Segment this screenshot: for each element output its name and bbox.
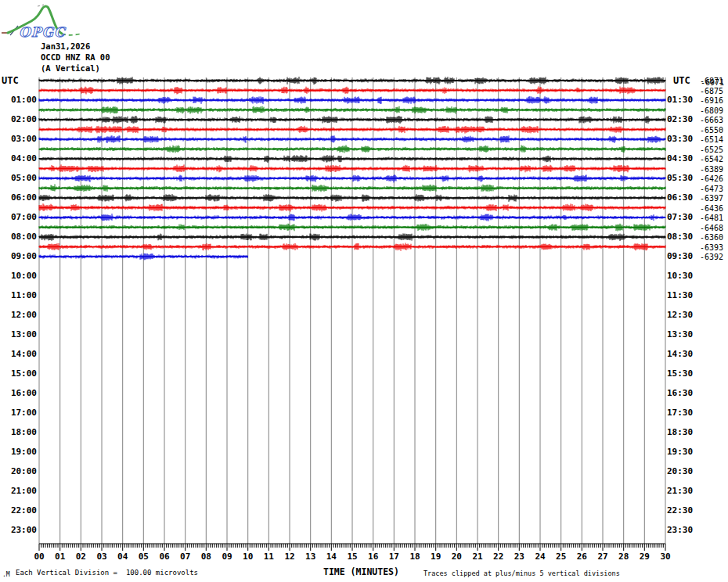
minute-tick-label: 20	[445, 551, 468, 562]
hour-label-right: 18:30	[667, 427, 706, 437]
trace-offset-value: -6397	[700, 194, 723, 203]
hour-label-right: 15:30	[667, 368, 706, 379]
hour-label-left: 04:00	[0, 153, 37, 163]
hour-label-left: 21:00	[0, 486, 37, 496]
trace-offset-value: -6514	[700, 135, 723, 144]
grid-line	[39, 77, 665, 544]
minute-tick-label: 29	[632, 551, 656, 562]
minute-tick-label: 07	[174, 551, 197, 562]
trace-offset-value: -6525	[700, 146, 723, 154]
hour-label-left: 06:00	[0, 192, 37, 203]
ruler	[39, 544, 665, 551]
trace-offset-value: -6426	[700, 174, 723, 183]
hour-label-left: 14:00	[0, 349, 37, 359]
minute-tick-label: 05	[132, 551, 155, 562]
trace-offset-value: -6663	[700, 116, 723, 124]
hour-label-left: 02:00	[0, 114, 37, 124]
minute-tick-label: 23	[507, 551, 531, 562]
minute-tick-label: 04	[111, 551, 135, 562]
trace-offset-value: -6473	[700, 185, 723, 193]
hour-label-left: 10:00	[0, 271, 37, 281]
minute-tick-label: 27	[591, 551, 614, 562]
minute-tick-label: 03	[90, 551, 114, 562]
minute-tick-label: 21	[466, 551, 489, 562]
division-note: Each Vertical Division = 100.00 microvol…	[16, 569, 198, 577]
clip-note: Traces clipped at plus/minus 5 vertical …	[423, 569, 620, 577]
hour-label-left: 01:00	[0, 95, 37, 105]
trace-offset-value: -6436	[700, 204, 723, 213]
hour-label-left: 22:00	[0, 505, 37, 516]
trace-offset-value-overlap: -6971	[701, 78, 724, 87]
minute-tick-label: 28	[612, 551, 636, 562]
hour-label-right: 20:30	[667, 466, 706, 476]
hour-label-right: 21:30	[667, 486, 706, 496]
trace-offset-value: -6393	[700, 243, 723, 252]
minute-tick-label: 09	[215, 551, 239, 562]
minute-tick-label: 14	[319, 551, 343, 562]
minute-tick-label: 19	[424, 551, 448, 562]
minute-tick-label: 15	[341, 551, 364, 562]
minute-tick-label: 18	[403, 551, 427, 562]
hour-label-right: 12:30	[667, 310, 706, 320]
hour-label-right: 22:30	[667, 505, 706, 516]
hour-label-right: 17:30	[667, 408, 706, 418]
trace-offset-value: -6481	[700, 214, 723, 222]
time-axis-label: TIME (MINUTES)	[323, 566, 399, 577]
trace-offset-value: -6550	[700, 126, 723, 135]
minute-tick-label: 13	[299, 551, 323, 562]
hour-label-left: 23:00	[0, 525, 37, 535]
trace-offset-value: -6916	[700, 96, 723, 105]
hour-label-left: 18:00	[0, 427, 37, 437]
hour-label-left: 05:00	[0, 173, 37, 183]
helicorder-page: OPGC Jan31,2026 OCCD HNZ RA 00 (A Vertic…	[0, 0, 728, 582]
minute-tick-label: 00	[27, 551, 51, 562]
hour-label-left: 12:00	[0, 310, 37, 320]
minute-tick-label: 30	[654, 551, 677, 562]
hour-label-right: 19:30	[667, 447, 706, 457]
hour-label-left: 03:00	[0, 134, 37, 144]
minute-tick-label: 02	[69, 551, 92, 562]
trace-offset-value: -6389	[700, 165, 723, 174]
hour-label-left: 16:00	[0, 388, 37, 398]
hour-label-left: 08:00	[0, 232, 37, 242]
trace-offset-value: -6809	[700, 106, 723, 115]
hour-label-right: 11:30	[667, 290, 706, 300]
minute-tick-label: 12	[278, 551, 301, 562]
hour-label-left: 19:00	[0, 447, 37, 457]
minute-tick-label: 25	[550, 551, 573, 562]
minute-tick-label: 08	[194, 551, 218, 562]
hour-label-right: 16:30	[667, 388, 706, 398]
minute-tick-label: 01	[49, 551, 72, 562]
minute-tick-label: 16	[362, 551, 385, 562]
trace-offset-value: -6875	[700, 87, 723, 95]
trace-offset-value: -6542	[700, 155, 723, 163]
hour-label-left: 13:00	[0, 329, 37, 340]
minute-tick-label: 17	[382, 551, 405, 562]
trace-offset-value: -6392	[700, 253, 723, 261]
hour-label-right: 10:30	[667, 271, 706, 281]
trace-offset-value: -6360	[700, 233, 723, 242]
minute-tick-label: 22	[487, 551, 510, 562]
hour-label-right: 13:30	[667, 329, 706, 340]
hour-label-left: 15:00	[0, 368, 37, 379]
hour-label-left: 11:00	[0, 290, 37, 300]
trace-offset-value: -6468	[700, 224, 723, 232]
hour-label-right: 14:30	[667, 349, 706, 359]
hour-label-right: 23:30	[667, 525, 706, 535]
hour-label-left: 09:00	[0, 251, 37, 261]
corner-mark: .M	[2, 571, 10, 578]
minute-tick-label: 06	[153, 551, 176, 562]
minute-tick-label: 24	[528, 551, 552, 562]
minute-tick-label: 10	[236, 551, 260, 562]
hour-label-left: 20:00	[0, 466, 37, 476]
seismogram-plot	[0, 0, 728, 582]
minute-tick-label: 11	[257, 551, 280, 562]
hour-label-left: 17:00	[0, 408, 37, 418]
minute-tick-label: 26	[570, 551, 593, 562]
hour-label-left: 07:00	[0, 212, 37, 222]
